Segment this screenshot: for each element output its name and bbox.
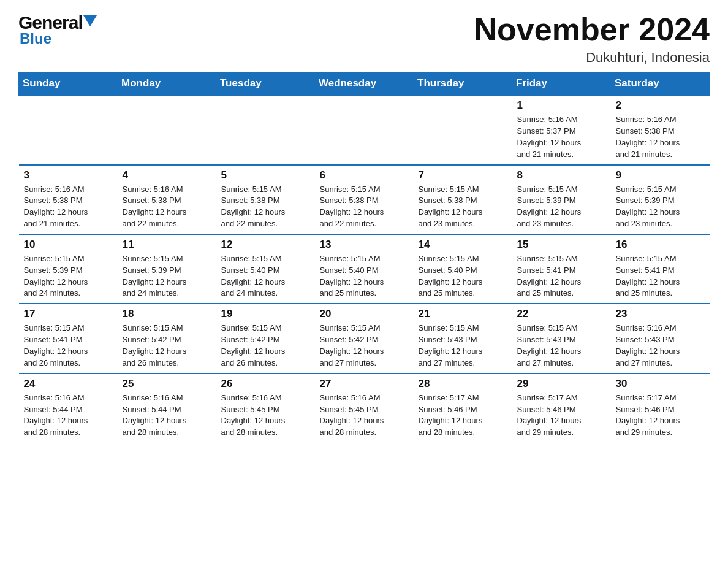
day-info: Sunrise: 5:16 AM Sunset: 5:45 PM Dayligh… <box>221 393 310 439</box>
day-number: 22 <box>517 308 606 320</box>
day-info: Sunrise: 5:15 AM Sunset: 5:43 PM Dayligh… <box>419 323 507 369</box>
calendar-table: SundayMondayTuesdayWednesdayThursdayFrid… <box>18 72 710 442</box>
title-area: November 2024 Dukuhturi, Indonesia <box>474 12 710 66</box>
day-number: 14 <box>419 239 507 251</box>
day-number: 1 <box>517 99 606 112</box>
day-info: Sunrise: 5:17 AM Sunset: 5:46 PM Dayligh… <box>616 393 705 439</box>
logo-triangle-icon <box>83 15 97 29</box>
calendar-cell: 14Sunrise: 5:15 AM Sunset: 5:40 PM Dayli… <box>414 234 512 304</box>
day-info: Sunrise: 5:16 AM Sunset: 5:38 PM Dayligh… <box>616 114 705 160</box>
day-number: 8 <box>517 169 606 182</box>
day-info: Sunrise: 5:16 AM Sunset: 5:44 PM Dayligh… <box>123 393 211 439</box>
day-number: 25 <box>123 378 211 390</box>
day-info: Sunrise: 5:15 AM Sunset: 5:40 PM Dayligh… <box>320 253 409 299</box>
calendar-cell: 10Sunrise: 5:15 AM Sunset: 5:39 PM Dayli… <box>19 234 118 304</box>
day-number: 24 <box>24 378 113 390</box>
day-info: Sunrise: 5:15 AM Sunset: 5:41 PM Dayligh… <box>517 253 606 299</box>
day-number: 30 <box>616 378 705 390</box>
logo: General Blue <box>18 12 97 47</box>
day-info: Sunrise: 5:15 AM Sunset: 5:39 PM Dayligh… <box>517 184 606 230</box>
week-row-4: 17Sunrise: 5:15 AM Sunset: 5:41 PM Dayli… <box>19 304 710 373</box>
calendar-cell: 4Sunrise: 5:16 AM Sunset: 5:38 PM Daylig… <box>118 165 216 234</box>
calendar-cell: 2Sunrise: 5:16 AM Sunset: 5:38 PM Daylig… <box>611 95 710 164</box>
day-info: Sunrise: 5:15 AM Sunset: 5:38 PM Dayligh… <box>221 184 310 230</box>
day-number: 17 <box>24 308 113 320</box>
calendar-cell: 30Sunrise: 5:17 AM Sunset: 5:46 PM Dayli… <box>611 373 710 442</box>
day-number: 16 <box>616 239 705 251</box>
day-number: 12 <box>221 239 310 251</box>
day-info: Sunrise: 5:15 AM Sunset: 5:38 PM Dayligh… <box>320 184 409 230</box>
weekday-header-friday: Friday <box>512 72 611 96</box>
calendar-cell: 3Sunrise: 5:16 AM Sunset: 5:38 PM Daylig… <box>19 165 118 234</box>
calendar-cell: 12Sunrise: 5:15 AM Sunset: 5:40 PM Dayli… <box>216 234 315 304</box>
weekday-header-sunday: Sunday <box>19 72 118 96</box>
calendar-cell: 23Sunrise: 5:16 AM Sunset: 5:43 PM Dayli… <box>611 304 710 373</box>
day-number: 20 <box>320 308 409 320</box>
day-info: Sunrise: 5:16 AM Sunset: 5:45 PM Dayligh… <box>320 393 409 439</box>
day-number: 27 <box>320 378 409 390</box>
calendar-cell: 29Sunrise: 5:17 AM Sunset: 5:46 PM Dayli… <box>512 373 611 442</box>
week-row-5: 24Sunrise: 5:16 AM Sunset: 5:44 PM Dayli… <box>19 373 710 442</box>
calendar-cell <box>118 95 216 164</box>
day-number: 10 <box>24 239 113 251</box>
weekday-header-monday: Monday <box>118 72 216 96</box>
month-title: November 2024 <box>474 12 710 47</box>
week-row-1: 1Sunrise: 5:16 AM Sunset: 5:37 PM Daylig… <box>19 95 710 164</box>
day-info: Sunrise: 5:15 AM Sunset: 5:38 PM Dayligh… <box>419 184 507 230</box>
day-info: Sunrise: 5:15 AM Sunset: 5:43 PM Dayligh… <box>517 323 606 369</box>
calendar-cell: 27Sunrise: 5:16 AM Sunset: 5:45 PM Dayli… <box>315 373 414 442</box>
calendar-cell: 25Sunrise: 5:16 AM Sunset: 5:44 PM Dayli… <box>118 373 216 442</box>
calendar-cell <box>315 95 414 164</box>
weekday-header-thursday: Thursday <box>414 72 512 96</box>
day-number: 2 <box>616 99 705 112</box>
calendar-cell: 20Sunrise: 5:15 AM Sunset: 5:42 PM Dayli… <box>315 304 414 373</box>
calendar-cell: 21Sunrise: 5:15 AM Sunset: 5:43 PM Dayli… <box>414 304 512 373</box>
calendar-cell: 24Sunrise: 5:16 AM Sunset: 5:44 PM Dayli… <box>19 373 118 442</box>
calendar-cell: 13Sunrise: 5:15 AM Sunset: 5:40 PM Dayli… <box>315 234 414 304</box>
day-number: 15 <box>517 239 606 251</box>
day-number: 23 <box>616 308 705 320</box>
day-number: 26 <box>221 378 310 390</box>
calendar-cell <box>19 95 118 164</box>
calendar-cell: 5Sunrise: 5:15 AM Sunset: 5:38 PM Daylig… <box>216 165 315 234</box>
calendar-cell: 17Sunrise: 5:15 AM Sunset: 5:41 PM Dayli… <box>19 304 118 373</box>
day-info: Sunrise: 5:16 AM Sunset: 5:38 PM Dayligh… <box>123 184 211 230</box>
day-info: Sunrise: 5:16 AM Sunset: 5:43 PM Dayligh… <box>616 323 705 369</box>
calendar-cell: 6Sunrise: 5:15 AM Sunset: 5:38 PM Daylig… <box>315 165 414 234</box>
day-info: Sunrise: 5:15 AM Sunset: 5:40 PM Dayligh… <box>419 253 507 299</box>
day-info: Sunrise: 5:15 AM Sunset: 5:39 PM Dayligh… <box>123 253 211 299</box>
day-number: 21 <box>419 308 507 320</box>
calendar-cell: 8Sunrise: 5:15 AM Sunset: 5:39 PM Daylig… <box>512 165 611 234</box>
day-number: 3 <box>24 169 113 182</box>
calendar-cell: 16Sunrise: 5:15 AM Sunset: 5:41 PM Dayli… <box>611 234 710 304</box>
day-number: 6 <box>320 169 409 182</box>
day-info: Sunrise: 5:15 AM Sunset: 5:42 PM Dayligh… <box>123 323 211 369</box>
day-info: Sunrise: 5:16 AM Sunset: 5:37 PM Dayligh… <box>517 114 606 160</box>
calendar-cell <box>216 95 315 164</box>
week-row-2: 3Sunrise: 5:16 AM Sunset: 5:38 PM Daylig… <box>19 165 710 234</box>
day-number: 19 <box>221 308 310 320</box>
day-info: Sunrise: 5:15 AM Sunset: 5:42 PM Dayligh… <box>221 323 310 369</box>
calendar-cell <box>414 95 512 164</box>
day-number: 18 <box>123 308 211 320</box>
day-info: Sunrise: 5:15 AM Sunset: 5:39 PM Dayligh… <box>24 253 113 299</box>
day-number: 13 <box>320 239 409 251</box>
calendar-cell: 15Sunrise: 5:15 AM Sunset: 5:41 PM Dayli… <box>512 234 611 304</box>
page-header: General Blue November 2024 Dukuhturi, In… <box>18 12 710 66</box>
logo-blue-text: Blue <box>20 30 51 47</box>
day-info: Sunrise: 5:15 AM Sunset: 5:41 PM Dayligh… <box>24 323 113 369</box>
location-subtitle: Dukuhturi, Indonesia <box>474 50 710 66</box>
day-number: 7 <box>419 169 507 182</box>
weekday-header-saturday: Saturday <box>611 72 710 96</box>
weekday-header-row: SundayMondayTuesdayWednesdayThursdayFrid… <box>19 72 710 96</box>
day-number: 29 <box>517 378 606 390</box>
calendar-cell: 22Sunrise: 5:15 AM Sunset: 5:43 PM Dayli… <box>512 304 611 373</box>
calendar-cell: 1Sunrise: 5:16 AM Sunset: 5:37 PM Daylig… <box>512 95 611 164</box>
day-info: Sunrise: 5:16 AM Sunset: 5:44 PM Dayligh… <box>24 393 113 439</box>
day-info: Sunrise: 5:15 AM Sunset: 5:42 PM Dayligh… <box>320 323 409 369</box>
day-info: Sunrise: 5:17 AM Sunset: 5:46 PM Dayligh… <box>419 393 507 439</box>
calendar-cell: 18Sunrise: 5:15 AM Sunset: 5:42 PM Dayli… <box>118 304 216 373</box>
day-info: Sunrise: 5:16 AM Sunset: 5:38 PM Dayligh… <box>24 184 113 230</box>
calendar-cell: 7Sunrise: 5:15 AM Sunset: 5:38 PM Daylig… <box>414 165 512 234</box>
calendar-cell: 11Sunrise: 5:15 AM Sunset: 5:39 PM Dayli… <box>118 234 216 304</box>
